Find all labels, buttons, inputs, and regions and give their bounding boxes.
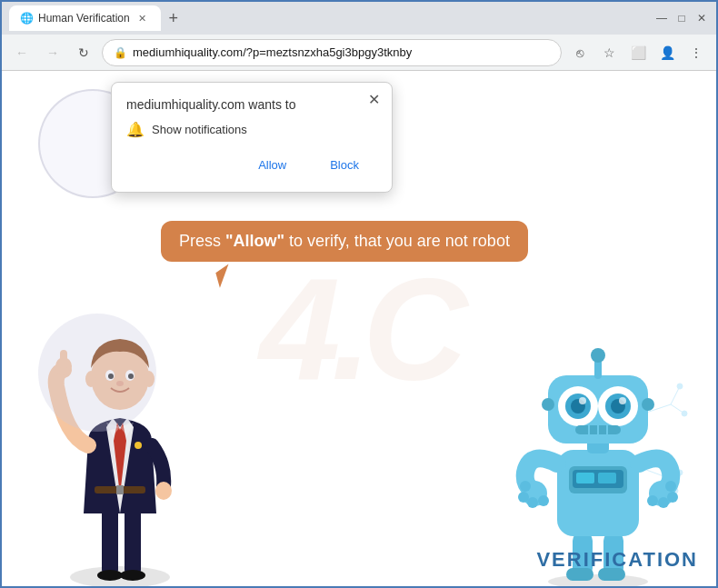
tabs-area: 🌐 Human Verification ✕ + [9,2,654,35]
svg-point-65 [542,398,554,411]
share-icon-button[interactable]: ⎋ [567,40,593,65]
block-button[interactable]: Block [312,153,377,177]
svg-point-52 [591,348,605,363]
svg-point-26 [682,411,687,416]
svg-rect-1 [102,504,118,577]
bookmark-icon-button[interactable]: ☆ [596,40,622,65]
lock-icon: 🔒 [114,46,127,59]
url-text: mediumhiquality.com/?p=meztsnzxha5gi3bpg… [133,45,550,59]
notification-popup: ✕ mediumhiquality.com wants to 🔔 Show no… [111,82,393,193]
man-background-circle [38,314,156,432]
close-window-button[interactable]: ✕ [694,11,709,25]
svg-point-4 [120,570,145,581]
svg-point-7 [155,482,172,500]
verification-label: VERIFICATION [536,548,698,572]
popup-notification-label: Show notifications [152,123,247,136]
popup-title: mediumhiquality.com wants to [126,97,377,112]
popup-buttons: Allow Block [126,153,377,177]
menu-icon-button[interactable]: ⋮ [683,40,709,65]
speech-bold: "Allow" [225,232,284,250]
tab-close-button[interactable]: ✕ [135,11,150,25]
svg-point-29 [548,574,648,586]
speech-bubble-text: Press "Allow" to verify, that you are no… [179,232,510,250]
svg-point-45 [665,481,676,492]
speech-suffix: to verify, that you are not robot [284,232,510,250]
window-controls: — □ ✕ [654,11,709,25]
maximize-button[interactable]: □ [674,11,689,25]
svg-point-46 [667,492,678,503]
svg-point-47 [658,497,669,508]
svg-point-18 [135,442,142,449]
svg-point-66 [642,398,654,411]
popup-notification-row: 🔔 Show notifications [126,121,377,138]
svg-point-48 [647,495,658,506]
new-tab-button[interactable]: + [161,5,186,31]
svg-point-40 [520,481,531,492]
svg-point-3 [97,570,123,581]
popup-close-button[interactable]: ✕ [364,90,383,108]
svg-point-42 [527,497,538,508]
speech-bubble: Press "Allow" to verify, that you are no… [161,221,528,262]
svg-point-60 [619,397,626,404]
svg-point-59 [579,397,586,404]
account-icon-button[interactable]: 👤 [654,40,680,65]
extension-icon-button[interactable]: ⬜ [625,40,651,65]
tab-title: Human Verification [38,12,130,25]
browser-content: 4.C ✕ mediumhiquality.com wants to 🔔 Sho… [2,71,716,586]
tab-favicon-icon: 🌐 [20,12,33,25]
svg-rect-2 [125,504,141,577]
reload-button[interactable]: ↻ [71,40,96,65]
active-tab[interactable]: 🌐 Human Verification ✕ [9,5,161,31]
bell-icon: 🔔 [126,121,145,138]
svg-point-41 [518,492,529,503]
title-bar: 🌐 Human Verification ✕ + — □ ✕ [2,2,716,35]
address-bar: ← → ↻ 🔒 mediumhiquality.com/?p=meztsnzxh… [2,35,716,71]
svg-rect-6 [116,485,124,494]
svg-point-25 [677,384,683,389]
forward-button[interactable]: → [40,40,65,65]
business-man-figure [29,295,211,586]
allow-button[interactable]: Allow [240,153,304,177]
back-button[interactable]: ← [9,40,35,65]
minimize-button[interactable]: — [654,11,669,25]
svg-point-43 [538,495,549,506]
speech-prefix: Press [179,232,225,250]
url-bar[interactable]: 🔒 mediumhiquality.com/?p=meztsnzxha5gi3b… [102,39,562,66]
toolbar-icons: ⎋ ☆ ⬜ 👤 ⋮ [567,40,709,65]
page-illustration [2,277,716,586]
svg-rect-37 [576,473,594,483]
svg-rect-38 [598,473,616,483]
